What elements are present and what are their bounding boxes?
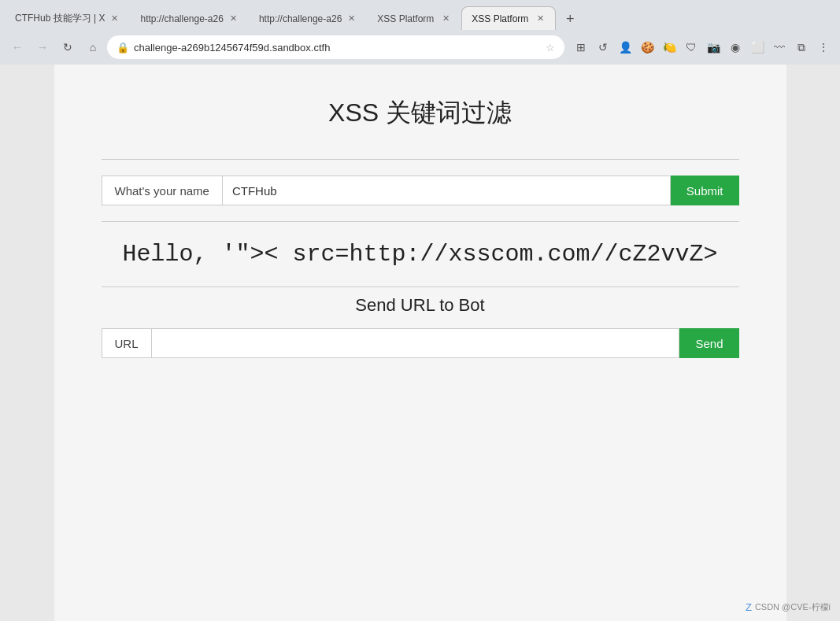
addon-icon2[interactable]: 🛡 bbox=[681, 37, 701, 57]
tab-challenge1-close[interactable]: ✕ bbox=[228, 13, 239, 24]
tab-ctfhub-close[interactable]: ✕ bbox=[109, 13, 120, 24]
url-form: URL Send bbox=[102, 328, 739, 358]
tab-bar: CTFHub 技能学习 | X ✕ http://challenge-a26 ✕… bbox=[0, 0, 840, 30]
tab-challenge2-close[interactable]: ✕ bbox=[346, 13, 357, 24]
refresh-icon[interactable]: ↺ bbox=[593, 37, 613, 57]
addon-icon5[interactable]: ⬜ bbox=[747, 37, 768, 57]
page-content: XSS 关键词过滤 What's your name Submit Hello,… bbox=[0, 65, 840, 621]
addon-icon4[interactable]: ◉ bbox=[725, 37, 746, 57]
new-tab-button[interactable]: + bbox=[559, 8, 581, 30]
send-button[interactable]: Send bbox=[679, 328, 738, 358]
profile-icon[interactable]: 👤 bbox=[615, 37, 635, 57]
tab-xss-platform2-label: XSS Platform bbox=[472, 13, 531, 24]
home-button[interactable]: ⌂ bbox=[82, 36, 104, 58]
hello-section: Hello, '">< src=http://xsscom.com//cZ2vv… bbox=[102, 222, 739, 286]
tab-ctfhub-label: CTFHub 技能学习 | X bbox=[15, 12, 105, 25]
tab-xss-platform2-close[interactable]: ✕ bbox=[535, 13, 546, 24]
addon-icon6[interactable]: 〰 bbox=[769, 37, 790, 57]
tab-ctfhub[interactable]: CTFHub 技能学习 | X ✕ bbox=[5, 6, 130, 30]
tab-challenge1[interactable]: http://challenge-a26 ✕ bbox=[130, 6, 248, 30]
address-field[interactable]: 🔒 challenge-a269b1245674f59d.sandbox.ctf… bbox=[107, 35, 564, 59]
tab-xss-platform1[interactable]: XSS Platform ✕ bbox=[367, 6, 461, 30]
url-input[interactable] bbox=[151, 328, 680, 358]
tab-xss-platform1-close[interactable]: ✕ bbox=[441, 13, 451, 24]
tab-xss-platform2[interactable]: XSS Platform ✕ bbox=[461, 6, 556, 30]
tab-xss-platform1-label: XSS Platform bbox=[377, 13, 436, 24]
hello-text: Hello, '">< src=http://xsscom.com//cZ2vv… bbox=[122, 241, 717, 268]
watermark-text: CSDN @CVE-柠檬i bbox=[755, 601, 831, 613]
watermark-icon: Z bbox=[746, 601, 752, 613]
page-title: XSS 关键词过滤 bbox=[328, 96, 512, 131]
addon-icon1[interactable]: 🍋 bbox=[659, 37, 679, 57]
watermark: Z CSDN @CVE-柠檬i bbox=[746, 601, 831, 613]
url-label: URL bbox=[102, 328, 151, 358]
address-text: challenge-a269b1245674f59d.sandbox.ctfh bbox=[134, 42, 541, 54]
address-bar: ← → ↻ ⌂ 🔒 challenge-a269b1245674f59d.san… bbox=[0, 30, 840, 65]
tab-challenge2-label: http://challenge-a26 bbox=[259, 13, 342, 24]
reload-button[interactable]: ↻ bbox=[57, 36, 79, 58]
back-button[interactable]: ← bbox=[6, 36, 28, 58]
forward-button[interactable]: → bbox=[31, 36, 54, 58]
send-url-title: Send URL to Bot bbox=[355, 295, 484, 316]
security-icon: 🔒 bbox=[117, 42, 129, 54]
addon-icon3[interactable]: 📷 bbox=[703, 37, 723, 57]
send-url-section: Send URL to Bot URL Send bbox=[102, 287, 739, 374]
tab-challenge2[interactable]: http://challenge-a26 ✕ bbox=[249, 6, 367, 30]
extensions-icon[interactable]: ⊞ bbox=[571, 37, 591, 57]
main-container: XSS 关键词过滤 What's your name Submit Hello,… bbox=[54, 65, 786, 621]
toolbar-icons: ⊞ ↺ 👤 🍪 🍋 🛡 📷 ◉ ⬜ 〰 ⧉ ⋮ bbox=[571, 37, 834, 57]
name-form: What's your name Submit bbox=[102, 160, 739, 221]
tab-challenge1-label: http://challenge-a26 bbox=[140, 13, 223, 24]
menu-icon[interactable]: ⋮ bbox=[813, 37, 834, 57]
name-label: What's your name bbox=[102, 176, 222, 205]
browser-chrome: CTFHub 技能学习 | X ✕ http://challenge-a26 ✕… bbox=[0, 0, 840, 65]
addon-icon7[interactable]: ⧉ bbox=[791, 37, 812, 57]
cookie-icon[interactable]: 🍪 bbox=[637, 37, 657, 57]
bookmark-icon[interactable]: ☆ bbox=[546, 42, 555, 54]
submit-button[interactable]: Submit bbox=[671, 176, 739, 205]
name-input[interactable] bbox=[222, 176, 671, 205]
